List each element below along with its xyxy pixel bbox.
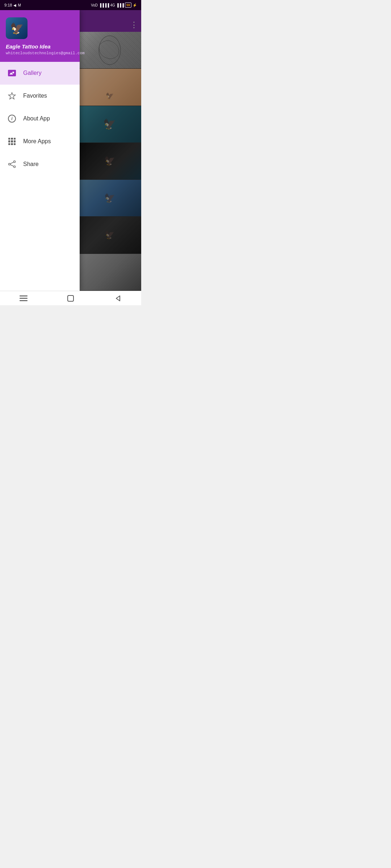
favorites-label: Favorites — [23, 93, 47, 99]
home-icon — [67, 295, 74, 302]
gallery-icon-shape — [8, 70, 16, 76]
app-email-label: whitecloudstechnologies@gmail.com — [6, 51, 74, 55]
grid-icon-shape — [8, 138, 16, 145]
nav-item-gallery[interactable]: Gallery — [0, 62, 80, 85]
time-display: 9:18 — [4, 3, 12, 7]
nav-item-favorites[interactable]: Favorites — [0, 85, 80, 107]
svg-line-5 — [10, 162, 13, 163]
info-icon-shape: i — [8, 115, 16, 123]
navigation-drawer: Eagle Tattoo Idea whitecloudstechnologie… — [0, 10, 80, 291]
volte-icon: VoD — [91, 3, 98, 7]
nav-item-more-apps[interactable]: More Apps — [0, 130, 80, 153]
share-icon — [7, 159, 17, 169]
drawer-header: Eagle Tattoo Idea whitecloudstechnologie… — [0, 10, 80, 62]
svg-line-6 — [10, 165, 13, 166]
mail-icon: M — [18, 3, 21, 7]
location-icon: ◀ — [13, 3, 16, 7]
svg-rect-7 — [20, 295, 28, 297]
back-icon — [114, 295, 121, 302]
svg-point-2 — [14, 161, 16, 163]
status-bar: 9:18 ◀ M VoD ▐▐▐▐ 4G ▐▐▐ 59 ⚡ — [0, 0, 141, 10]
about-icon: i — [7, 114, 17, 123]
star-icon — [8, 92, 16, 100]
svg-point-3 — [14, 166, 16, 168]
drawer-overlay[interactable] — [80, 10, 141, 291]
status-left: 9:18 ◀ M — [4, 3, 21, 7]
hamburger-icon — [20, 295, 28, 301]
svg-marker-1 — [9, 93, 16, 99]
4g-icon: 4G — [110, 3, 115, 7]
svg-point-4 — [9, 163, 10, 165]
bottom-home-button[interactable] — [60, 291, 81, 305]
signal-bars: ▐▐▐▐ — [99, 3, 109, 7]
more-apps-icon — [7, 137, 17, 146]
about-label: About App — [23, 115, 50, 122]
bottom-nav-bar — [0, 291, 141, 305]
nav-item-about[interactable]: i About App — [0, 107, 80, 130]
charging-icon: ⚡ — [133, 3, 137, 7]
signal-bars-2: ▐▐▐ — [116, 3, 124, 7]
app-container: ⋮ 🦅 🦅 — [0, 10, 141, 291]
share-label: Share — [23, 161, 39, 167]
app-name-label: Eagle Tattoo Idea — [6, 43, 74, 50]
svg-marker-11 — [116, 296, 120, 301]
more-apps-label: More Apps — [23, 138, 51, 145]
bottom-menu-button[interactable] — [13, 291, 34, 305]
drawer-nav: Gallery Favorites i About App — [0, 62, 80, 291]
share-icon-shape — [8, 160, 16, 168]
status-right: VoD ▐▐▐▐ 4G ▐▐▐ 59 ⚡ — [91, 3, 137, 8]
svg-rect-8 — [20, 298, 28, 299]
favorites-icon — [7, 91, 17, 101]
app-icon-image — [6, 17, 28, 39]
gallery-icon — [7, 68, 17, 78]
battery-indicator: 59 — [125, 3, 131, 8]
app-icon — [6, 17, 28, 39]
bottom-back-button[interactable] — [107, 291, 129, 305]
svg-rect-10 — [68, 295, 73, 301]
gallery-label: Gallery — [23, 70, 42, 76]
nav-item-share[interactable]: Share — [0, 153, 80, 176]
svg-rect-9 — [20, 300, 28, 301]
